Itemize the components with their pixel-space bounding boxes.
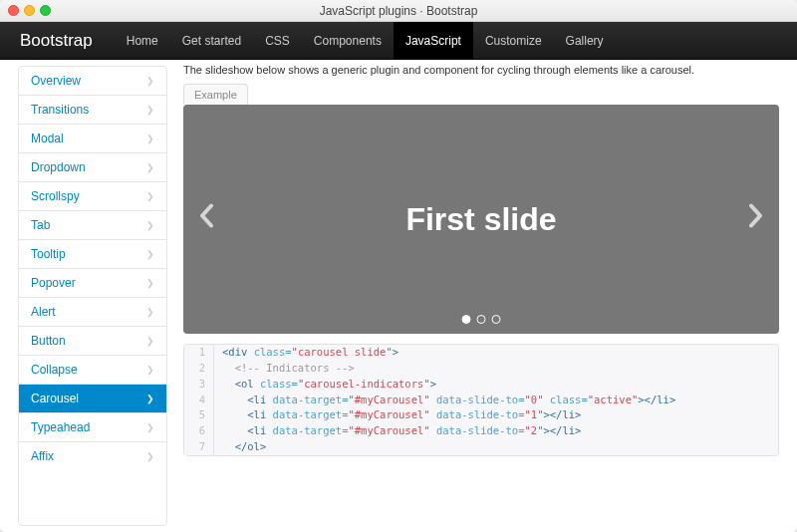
chevron-right-icon: ❯	[146, 394, 154, 403]
sidebar-item-tab[interactable]: Tab❯	[19, 211, 166, 240]
chevron-right-icon: ❯	[146, 278, 154, 288]
sidebar-item-label: Popover	[31, 276, 76, 290]
sidebar-item-affix[interactable]: Affix❯	[19, 442, 166, 470]
nav-item-get-started[interactable]: Get started	[170, 22, 253, 60]
sidebar-item-label: Button	[31, 334, 66, 348]
chevron-right-icon: ❯	[146, 76, 154, 86]
sidebar-item-transitions[interactable]: Transitions❯	[19, 96, 166, 125]
line-number: 2	[184, 361, 214, 377]
code-line: 5 <li data-target="#myCarousel" data-sli…	[184, 407, 778, 423]
sidebar-item-label: Dropdown	[31, 160, 86, 174]
line-number: 5	[184, 407, 214, 423]
code-text: <li data-target="#myCarousel" data-slide…	[214, 393, 675, 408]
code-text: <div class="carousel slide">	[214, 345, 398, 361]
sidebar-item-typeahead[interactable]: Typeahead❯	[19, 413, 166, 442]
chevron-right-icon: ❯	[146, 191, 154, 201]
chevron-right-icon: ❯	[146, 220, 154, 230]
code-text: </ol>	[214, 439, 266, 455]
chevron-right-icon: ❯	[146, 451, 154, 461]
example-tab[interactable]: Example	[183, 84, 248, 105]
code-text: <!-- Indicators -->	[214, 361, 355, 377]
code-line: 2 <!-- Indicators -->	[184, 361, 778, 377]
sidebar-item-carousel[interactable]: Carousel❯	[19, 385, 166, 413]
nav-item-javascript[interactable]: JavaScript	[394, 22, 473, 60]
code-line: 6 <li data-target="#myCarousel" data-sli…	[184, 423, 778, 439]
app-window: JavaScript plugins · Bootstrap Bootstrap…	[0, 0, 797, 532]
code-text: <li data-target="#myCarousel" data-slide…	[214, 407, 581, 423]
sidebar-item-scrollspy[interactable]: Scrollspy❯	[19, 182, 166, 211]
chevron-right-icon: ❯	[146, 105, 154, 115]
sidebar-item-label: Carousel	[31, 392, 79, 405]
sidebar-nav: Overview❯Transitions❯Modal❯Dropdown❯Scro…	[18, 66, 167, 526]
sidebar-item-collapse[interactable]: Collapse❯	[19, 356, 166, 385]
nav-item-css[interactable]: CSS	[253, 22, 302, 60]
sidebar-item-label: Modal	[31, 132, 64, 145]
slide-caption: First slide	[405, 201, 556, 238]
sidebar-item-label: Collapse	[31, 363, 78, 377]
sidebar-item-label: Affix	[31, 449, 54, 463]
carousel-demo: First slide	[183, 105, 779, 334]
brand-logo[interactable]: Bootstrap	[20, 31, 93, 51]
close-icon[interactable]	[8, 5, 19, 16]
sidebar-item-label: Transitions	[31, 103, 89, 117]
nav-item-customize[interactable]: Customize	[473, 22, 554, 60]
minimize-icon[interactable]	[24, 5, 35, 16]
nav-item-components[interactable]: Components	[302, 22, 394, 60]
sidebar-item-popover[interactable]: Popover❯	[19, 269, 166, 298]
chevron-left-icon[interactable]	[183, 202, 229, 237]
code-text: <ol class="carousel-indicators">	[214, 377, 436, 393]
carousel-indicator[interactable]	[462, 315, 471, 324]
sidebar-item-dropdown[interactable]: Dropdown❯	[19, 153, 166, 182]
chevron-right-icon[interactable]	[733, 202, 779, 237]
window-title: JavaScript plugins · Bootstrap	[320, 4, 478, 18]
code-line: 1<div class="carousel slide">	[184, 345, 778, 361]
code-text: <li data-target="#myCarousel" data-slide…	[214, 423, 581, 439]
sidebar-item-label: Typeahead	[31, 420, 90, 434]
chevron-right-icon: ❯	[146, 336, 154, 346]
sidebar-item-modal[interactable]: Modal❯	[19, 125, 166, 153]
main-navbar: Bootstrap HomeGet startedCSSComponentsJa…	[0, 22, 797, 60]
chevron-right-icon: ❯	[146, 365, 154, 375]
sidebar-item-label: Overview	[31, 74, 81, 88]
content-area: Overview❯Transitions❯Modal❯Dropdown❯Scro…	[0, 60, 797, 532]
line-number: 3	[184, 377, 214, 393]
traffic-lights	[0, 5, 51, 16]
code-example: 1<div class="carousel slide">2 <!-- Indi…	[183, 344, 779, 455]
sidebar-item-label: Scrollspy	[31, 189, 80, 203]
maximize-icon[interactable]	[40, 5, 51, 16]
carousel-indicator[interactable]	[477, 315, 486, 324]
nav-item-home[interactable]: Home	[115, 22, 170, 60]
main-panel: The slideshow below shows a generic plug…	[167, 60, 779, 532]
code-line: 3 <ol class="carousel-indicators">	[184, 377, 778, 393]
sidebar-item-button[interactable]: Button❯	[19, 327, 166, 356]
chevron-right-icon: ❯	[146, 249, 154, 259]
chevron-right-icon: ❯	[146, 162, 154, 172]
line-number: 4	[184, 393, 214, 408]
sidebar-item-tooltip[interactable]: Tooltip❯	[19, 240, 166, 269]
chevron-right-icon: ❯	[146, 307, 154, 317]
sidebar-item-label: Tab	[31, 218, 50, 232]
sidebar-item-alert[interactable]: Alert❯	[19, 298, 166, 327]
sidebar-item-label: Tooltip	[31, 247, 66, 261]
carousel-indicators	[462, 315, 501, 324]
sidebar-item-overview[interactable]: Overview❯	[19, 67, 166, 96]
line-number: 7	[184, 439, 214, 455]
nav-item-gallery[interactable]: Gallery	[554, 22, 616, 60]
code-line: 7 </ol>	[184, 439, 778, 455]
sidebar-item-label: Alert	[31, 305, 56, 319]
code-line: 4 <li data-target="#myCarousel" data-sli…	[184, 393, 778, 408]
chevron-right-icon: ❯	[146, 133, 154, 143]
carousel-indicator[interactable]	[492, 315, 501, 324]
window-titlebar: JavaScript plugins · Bootstrap	[0, 0, 797, 22]
section-description: The slideshow below shows a generic plug…	[183, 60, 779, 84]
chevron-right-icon: ❯	[146, 422, 154, 432]
line-number: 6	[184, 423, 214, 439]
line-number: 1	[184, 345, 214, 361]
